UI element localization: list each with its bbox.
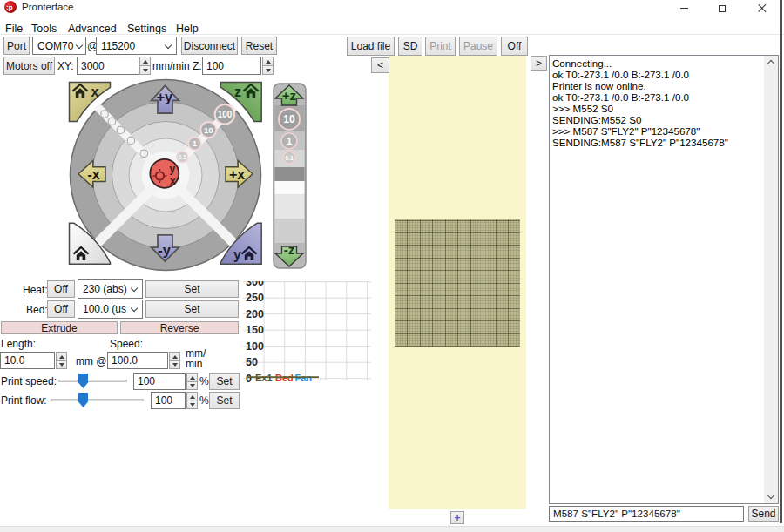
svg-text:y: y [233, 247, 241, 262]
svg-text:300: 300 [246, 281, 264, 288]
svg-text:x: x [91, 84, 99, 99]
svg-text:1: 1 [287, 136, 292, 146]
svg-text:150: 150 [246, 324, 264, 336]
svg-text:10: 10 [204, 125, 213, 135]
svg-text:0: 0 [246, 372, 252, 384]
svg-text:x: x [170, 175, 176, 187]
svg-text:100: 100 [246, 340, 264, 352]
svg-text:z: z [234, 84, 241, 99]
svg-text:y: y [170, 163, 176, 175]
svg-text:0.1: 0.1 [179, 154, 186, 160]
svg-text:+z: +z [282, 88, 296, 103]
svg-text:+x: +x [229, 167, 245, 182]
svg-text:Bed: Bed [275, 373, 294, 383]
svg-text:10: 10 [283, 113, 295, 125]
svg-text:Fan: Fan [295, 373, 313, 383]
svg-text:250: 250 [246, 292, 264, 304]
svg-text:-x: -x [87, 167, 99, 182]
svg-text:0.1: 0.1 [285, 155, 294, 161]
svg-text:1: 1 [193, 139, 197, 148]
svg-text:50: 50 [246, 356, 258, 368]
svg-text:+y: +y [156, 89, 173, 104]
svg-text:Ex1: Ex1 [255, 373, 273, 383]
svg-text:200: 200 [246, 307, 264, 320]
svg-text:-y: -y [158, 242, 171, 258]
svg-text:100: 100 [218, 110, 233, 119]
svg-text:-z: -z [284, 242, 295, 257]
